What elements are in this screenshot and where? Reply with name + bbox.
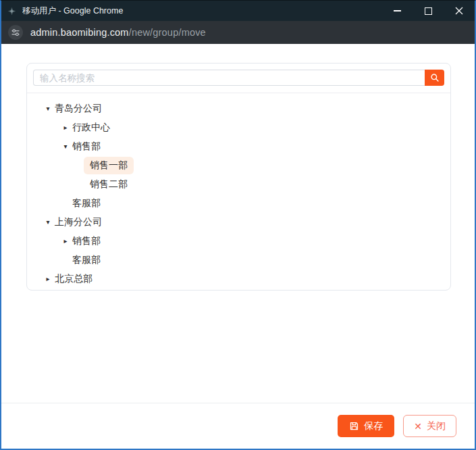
org-picker-panel: ▾ 青岛分公司 ▸ 行政中心 ▾ 销售部 销售一部 销售二部 客服部 ▾ 上海分… <box>26 63 451 291</box>
tree-node-label: 销售二部 <box>90 178 128 191</box>
save-button[interactable]: 保存 <box>338 415 394 437</box>
tree-node-label: 青岛分公司 <box>55 103 102 115</box>
site-info-button[interactable] <box>8 25 23 40</box>
title-bar: 移动用户 - Google Chrome <box>1 1 475 21</box>
tree-node[interactable]: 客服部 <box>27 251 450 270</box>
maximize-icon <box>425 7 432 15</box>
window-title: 移动用户 - Google Chrome <box>22 5 381 17</box>
tree-toggle-icon[interactable]: ▸ <box>59 124 72 131</box>
tree-node[interactable]: 销售二部 <box>27 175 450 194</box>
close-x-icon: ✕ <box>414 422 422 431</box>
tree-node-label: 客服部 <box>72 197 101 209</box>
search-input[interactable] <box>33 70 425 86</box>
tree-node[interactable]: 客服部 <box>27 194 450 213</box>
tree-node[interactable]: ▾ 青岛分公司 <box>27 99 450 118</box>
tree-node[interactable]: ▸ 行政中心 <box>27 118 450 137</box>
minimize-button[interactable] <box>381 1 413 21</box>
browser-window: 移动用户 - Google Chrome admin.baomibing.com… <box>0 0 476 450</box>
tree-node[interactable]: 销售一部 <box>27 156 450 175</box>
tree-node[interactable]: ▸ 销售部 <box>27 232 450 251</box>
search-button[interactable] <box>425 70 444 86</box>
footer-bar: 保存 ✕ 关闭 <box>1 403 475 449</box>
page-content: ▾ 青岛分公司 ▸ 行政中心 ▾ 销售部 销售一部 销售二部 客服部 ▾ 上海分… <box>1 44 475 403</box>
close-window-icon <box>455 7 463 15</box>
tree-node-label: 行政中心 <box>72 122 110 134</box>
tree-node-label: 客服部 <box>72 254 101 266</box>
tune-icon <box>11 28 20 37</box>
tree-node-label: 上海分公司 <box>55 216 102 228</box>
window-controls <box>381 1 475 21</box>
tree-node-label: 销售部 <box>72 235 101 247</box>
window-favicon-icon <box>6 5 17 16</box>
tree-node-label: 销售部 <box>72 141 101 153</box>
tree-node[interactable]: ▾ 上海分公司 <box>27 213 450 232</box>
tree-toggle-icon[interactable]: ▾ <box>41 105 55 112</box>
tree-node[interactable]: ▸ 北京总部 <box>27 270 450 289</box>
maximize-button[interactable] <box>413 1 444 21</box>
url-path: /new/group/move <box>129 27 206 38</box>
tree-node[interactable]: ▾ 销售部 <box>27 137 450 156</box>
tree-node-label: 销售一部 <box>84 157 134 174</box>
tree-toggle-icon[interactable]: ▸ <box>41 276 55 282</box>
minimize-icon <box>394 10 401 11</box>
close-button-label: 关闭 <box>427 420 446 432</box>
close-button[interactable]: ✕ 关闭 <box>403 415 456 437</box>
tree-node-label: 北京总部 <box>55 273 92 285</box>
tree-toggle-icon[interactable]: ▾ <box>59 143 72 150</box>
tree-toggle-icon[interactable]: ▾ <box>41 219 55 226</box>
save-icon <box>349 421 359 431</box>
save-button-label: 保存 <box>364 420 383 432</box>
org-tree: ▾ 青岛分公司 ▸ 行政中心 ▾ 销售部 销售一部 销售二部 客服部 ▾ 上海分… <box>27 93 450 289</box>
search-row <box>27 64 450 93</box>
close-window-button[interactable] <box>444 1 475 21</box>
search-icon <box>430 73 440 82</box>
url-domain: admin.baomibing.com <box>30 27 129 38</box>
tree-toggle-icon[interactable]: ▸ <box>59 238 72 245</box>
address-bar: admin.baomibing.com/new/group/move <box>1 21 475 44</box>
url-text: admin.baomibing.com/new/group/move <box>30 27 206 38</box>
